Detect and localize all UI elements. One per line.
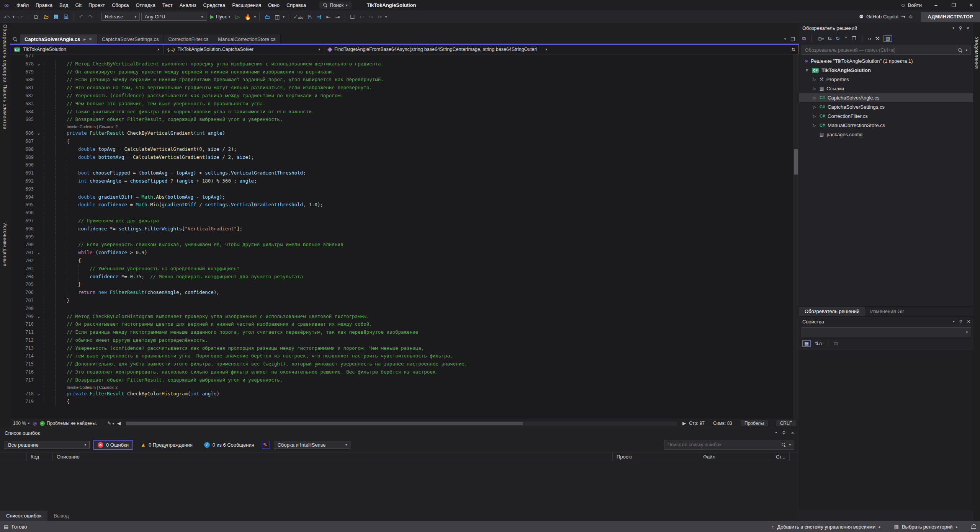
menu-item-файл[interactable]: Файл [13, 0, 32, 10]
menu-item-справка[interactable]: Справка [283, 0, 309, 10]
close-icon[interactable]: ✕ [967, 26, 970, 31]
menu-item-окно[interactable]: Окно [265, 0, 283, 10]
tree-item-properties[interactable]: ▷⚒Properties [799, 75, 973, 84]
properties-icon[interactable]: ⚒ [875, 36, 880, 41]
platform-dropdown[interactable]: Any CPU ▾ [141, 13, 206, 21]
source-dropdown[interactable]: Сборка и IntelliSense ▾ [274, 441, 350, 449]
fold-chevron-icon[interactable]: ⌄ [34, 249, 44, 257]
navigate-forward-button[interactable]: ⤻ [16, 13, 25, 21]
error-search-input[interactable] [668, 442, 779, 447]
line-indicator[interactable]: Стр: 97 [689, 421, 705, 426]
document-tab[interactable]: CorrectionFilter.cs [164, 34, 214, 44]
tree-item--[interactable]: ▷▦Ссылки [799, 84, 973, 93]
breadcrumb-project-dropdown[interactable]: C# TikTokAngleSolution ▾ [10, 45, 164, 54]
pin-icon[interactable]: ⚲ [959, 319, 962, 324]
expand-arrow-icon[interactable]: ▼ [805, 68, 809, 72]
open-folder-button[interactable]: 🗁 [42, 13, 50, 21]
indent-increase-button[interactable]: ⇥ [334, 13, 341, 21]
codelens-label[interactable]: Invoke Codeium | Ссылок: 2 [67, 124, 118, 129]
scope-dropdown[interactable]: Все решение ▾ [5, 441, 90, 449]
fold-chevron-icon[interactable]: ⌄ [34, 60, 44, 68]
bookmark-button[interactable]: ☐ [348, 13, 357, 21]
scrollbar-thumb[interactable] [794, 149, 798, 175]
pending-changes-filter-icon[interactable]: ◷▾ [818, 36, 824, 41]
window-position-icon[interactable]: ▾ [953, 320, 955, 323]
line-ending-indicator[interactable]: CRLF [776, 420, 796, 426]
tree-item-correctionfilter-cs[interactable]: ▷C#CorrectionFilter.cs [799, 111, 973, 121]
next-bookmark-button[interactable]: ↪ [367, 13, 375, 21]
menu-item-средства[interactable]: Средства [200, 0, 229, 10]
navigate-cursor-button[interactable]: ⇱ [306, 13, 314, 21]
view-code-icon[interactable]: ‹› [868, 36, 872, 41]
vertical-scrollbar[interactable] [793, 54, 799, 419]
left-strip-tab[interactable]: Обозреватель серверов [2, 24, 8, 82]
scroll-left-icon[interactable]: ◀ [117, 421, 121, 426]
indent-decrease-button[interactable]: ⇤ [325, 13, 332, 21]
chevron-down-icon[interactable]: ▾ [283, 15, 285, 19]
menu-item-сборка[interactable]: Сборка [108, 0, 133, 10]
solution-search-box[interactable]: ▾ [802, 46, 971, 55]
window-position-icon[interactable]: ▾ [952, 26, 954, 30]
code-editor[interactable]: 677678⌄// Метод CheckByVerticalGradient … [10, 54, 799, 419]
panel-tab-error-list[interactable]: Список ошибок [0, 511, 47, 521]
column-header-Ст...[interactable]: Ст... [772, 452, 790, 461]
menu-item-git[interactable]: Git [72, 0, 85, 10]
right-strip-tab-notifications[interactable]: Уведомления [974, 37, 979, 69]
expand-arrow-icon[interactable]: ▷ [812, 77, 817, 82]
fold-chevron-icon[interactable]: ⌄ [34, 390, 44, 398]
close-button[interactable]: ✕ [962, 0, 980, 10]
scrollbar-thumb[interactable] [126, 422, 523, 425]
property-pages-icon[interactable]: ⚿ [834, 341, 838, 347]
tab-list-dropdown-icon[interactable]: ▾ [784, 37, 786, 41]
chevron-down-icon[interactable]: ▾ [13, 15, 15, 19]
add-to-source-control-button[interactable]: ↑ Добавить в систему управления версиями… [772, 524, 880, 530]
find-in-files-button[interactable]: 🗀 [263, 13, 272, 21]
tree-item-captchasolversettings-cs[interactable]: ▷C#CaptchaSolverSettings.cs [799, 102, 973, 111]
project-node[interactable]: ▼ C# TikTokAngleSolution [799, 65, 973, 75]
column-header-icon[interactable] [0, 452, 27, 461]
preview-selected-items-icon[interactable]: ❐ [852, 36, 856, 41]
solution-search-input[interactable] [805, 47, 955, 53]
left-strip-tab[interactable]: Источники данных [2, 222, 8, 266]
pin-icon[interactable]: ⚲ [959, 26, 962, 31]
tree-item-manualcorrectionstore-cs[interactable]: ▷C#ManualCorrectionStore.cs [799, 121, 973, 130]
document-tab[interactable]: CaptchaSolverSettings.cs [97, 34, 164, 44]
menu-item-проект[interactable]: Проект [85, 0, 108, 10]
codelens-label[interactable]: Invoke Codeium | Ссылок: 2 [67, 385, 118, 390]
pin-icon[interactable]: ⪫ [83, 37, 85, 42]
sign-in-button[interactable]: ☺ Войти [895, 2, 927, 8]
menu-item-расширения[interactable]: Расширения [229, 0, 265, 10]
document-tab[interactable]: ManualCorrectionStore.cs [213, 34, 280, 44]
pen-icon[interactable]: ✎ ▾ [107, 421, 114, 426]
github-copilot-button[interactable]: ⚉ GitHub Copilot ↪ ☺ [859, 14, 913, 20]
zoom-dropdown[interactable]: 100 % ▾ [13, 421, 30, 426]
menu-item-тест[interactable]: Тест [159, 0, 176, 10]
chevron-down-icon[interactable]: ▾ [254, 15, 256, 19]
switch-views-icon[interactable]: ⧉ [802, 36, 806, 42]
message-filter-icon[interactable]: ≡ [262, 441, 270, 449]
column-header-Файл[interactable]: Файл [699, 452, 772, 461]
close-icon[interactable]: ✕ [88, 37, 92, 42]
expand-arrow-icon[interactable]: ▷ [812, 96, 817, 100]
panel-tab-output[interactable]: Вывод [47, 511, 75, 521]
column-header-Код[interactable]: Код [27, 452, 53, 461]
save-all-button[interactable]: 🖫 [62, 13, 70, 21]
toolbar-overflow-button[interactable]: ▾ [385, 15, 387, 19]
start-debugging-button[interactable]: ▶ Пуск ▾ [208, 13, 232, 20]
hot-reload-button[interactable]: 🔥 [243, 13, 252, 21]
horizontal-scrollbar[interactable] [126, 421, 677, 426]
tree-item-packages-config[interactable]: ▤packages.config [799, 130, 973, 139]
feedback-icon[interactable]: ☺ [908, 14, 913, 20]
menu-item-отладка[interactable]: Отладка [132, 0, 159, 10]
close-icon[interactable]: ✕ [791, 431, 794, 436]
float-window-icon[interactable]: ❐ [790, 36, 795, 42]
menu-item-правка[interactable]: Правка [32, 0, 56, 10]
window-position-icon[interactable]: ▾ [775, 431, 777, 436]
expand-arrow-icon[interactable]: ▷ [812, 114, 817, 118]
close-icon[interactable]: ✕ [967, 319, 970, 324]
refresh-icon[interactable]: ↻ [836, 36, 840, 41]
select-repository-button[interactable]: ▥ Выбрать репозиторий ▴ [894, 524, 957, 530]
undo-button[interactable]: ↶ [77, 13, 85, 21]
navigate-back-button[interactable]: ⤺ [2, 13, 11, 21]
spell-check-button[interactable]: ✓abc [292, 13, 305, 21]
